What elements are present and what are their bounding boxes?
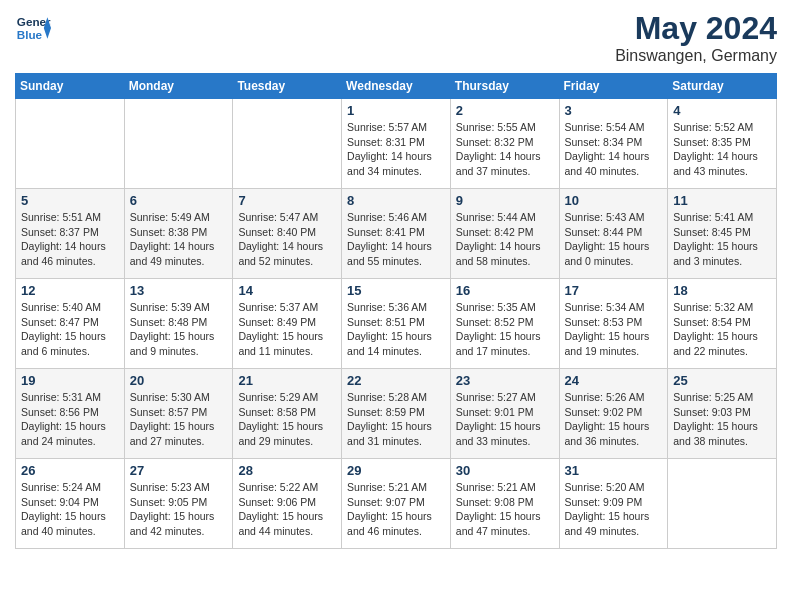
calendar-cell: 13Sunrise: 5:39 AM Sunset: 8:48 PM Dayli… — [124, 279, 233, 369]
day-info: Sunrise: 5:37 AM Sunset: 8:49 PM Dayligh… — [238, 300, 336, 359]
calendar-cell: 11Sunrise: 5:41 AM Sunset: 8:45 PM Dayli… — [668, 189, 777, 279]
day-info: Sunrise: 5:24 AM Sunset: 9:04 PM Dayligh… — [21, 480, 119, 539]
calendar-week-5: 26Sunrise: 5:24 AM Sunset: 9:04 PM Dayli… — [16, 459, 777, 549]
day-info: Sunrise: 5:44 AM Sunset: 8:42 PM Dayligh… — [456, 210, 554, 269]
day-number: 8 — [347, 193, 445, 208]
calendar-cell: 17Sunrise: 5:34 AM Sunset: 8:53 PM Dayli… — [559, 279, 668, 369]
day-number: 11 — [673, 193, 771, 208]
weekday-header-thursday: Thursday — [450, 74, 559, 99]
weekday-header-friday: Friday — [559, 74, 668, 99]
calendar-cell: 19Sunrise: 5:31 AM Sunset: 8:56 PM Dayli… — [16, 369, 125, 459]
calendar-cell — [16, 99, 125, 189]
day-number: 15 — [347, 283, 445, 298]
day-info: Sunrise: 5:32 AM Sunset: 8:54 PM Dayligh… — [673, 300, 771, 359]
day-number: 6 — [130, 193, 228, 208]
day-info: Sunrise: 5:20 AM Sunset: 9:09 PM Dayligh… — [565, 480, 663, 539]
calendar-cell: 24Sunrise: 5:26 AM Sunset: 9:02 PM Dayli… — [559, 369, 668, 459]
weekday-header-row: SundayMondayTuesdayWednesdayThursdayFrid… — [16, 74, 777, 99]
day-info: Sunrise: 5:31 AM Sunset: 8:56 PM Dayligh… — [21, 390, 119, 449]
day-info: Sunrise: 5:54 AM Sunset: 8:34 PM Dayligh… — [565, 120, 663, 179]
calendar-cell: 1Sunrise: 5:57 AM Sunset: 8:31 PM Daylig… — [342, 99, 451, 189]
day-info: Sunrise: 5:46 AM Sunset: 8:41 PM Dayligh… — [347, 210, 445, 269]
day-number: 24 — [565, 373, 663, 388]
day-info: Sunrise: 5:39 AM Sunset: 8:48 PM Dayligh… — [130, 300, 228, 359]
calendar-cell: 8Sunrise: 5:46 AM Sunset: 8:41 PM Daylig… — [342, 189, 451, 279]
calendar-table: SundayMondayTuesdayWednesdayThursdayFrid… — [15, 73, 777, 549]
calendar-cell: 4Sunrise: 5:52 AM Sunset: 8:35 PM Daylig… — [668, 99, 777, 189]
calendar-cell: 21Sunrise: 5:29 AM Sunset: 8:58 PM Dayli… — [233, 369, 342, 459]
day-info: Sunrise: 5:57 AM Sunset: 8:31 PM Dayligh… — [347, 120, 445, 179]
calendar-cell: 3Sunrise: 5:54 AM Sunset: 8:34 PM Daylig… — [559, 99, 668, 189]
calendar-week-1: 1Sunrise: 5:57 AM Sunset: 8:31 PM Daylig… — [16, 99, 777, 189]
calendar-cell — [124, 99, 233, 189]
day-info: Sunrise: 5:23 AM Sunset: 9:05 PM Dayligh… — [130, 480, 228, 539]
calendar-cell: 22Sunrise: 5:28 AM Sunset: 8:59 PM Dayli… — [342, 369, 451, 459]
day-number: 14 — [238, 283, 336, 298]
day-number: 13 — [130, 283, 228, 298]
calendar-cell: 5Sunrise: 5:51 AM Sunset: 8:37 PM Daylig… — [16, 189, 125, 279]
day-info: Sunrise: 5:40 AM Sunset: 8:47 PM Dayligh… — [21, 300, 119, 359]
day-number: 10 — [565, 193, 663, 208]
calendar-week-2: 5Sunrise: 5:51 AM Sunset: 8:37 PM Daylig… — [16, 189, 777, 279]
location-title: Binswangen, Germany — [615, 47, 777, 65]
calendar-cell: 16Sunrise: 5:35 AM Sunset: 8:52 PM Dayli… — [450, 279, 559, 369]
day-info: Sunrise: 5:22 AM Sunset: 9:06 PM Dayligh… — [238, 480, 336, 539]
day-number: 5 — [21, 193, 119, 208]
calendar-cell: 14Sunrise: 5:37 AM Sunset: 8:49 PM Dayli… — [233, 279, 342, 369]
day-number: 29 — [347, 463, 445, 478]
day-info: Sunrise: 5:26 AM Sunset: 9:02 PM Dayligh… — [565, 390, 663, 449]
day-number: 30 — [456, 463, 554, 478]
day-number: 28 — [238, 463, 336, 478]
day-number: 9 — [456, 193, 554, 208]
day-info: Sunrise: 5:49 AM Sunset: 8:38 PM Dayligh… — [130, 210, 228, 269]
day-number: 25 — [673, 373, 771, 388]
day-info: Sunrise: 5:29 AM Sunset: 8:58 PM Dayligh… — [238, 390, 336, 449]
day-number: 17 — [565, 283, 663, 298]
day-number: 1 — [347, 103, 445, 118]
month-title: May 2024 — [615, 10, 777, 47]
day-number: 31 — [565, 463, 663, 478]
page-header: General Blue May 2024 Binswangen, German… — [15, 10, 777, 65]
day-number: 18 — [673, 283, 771, 298]
day-info: Sunrise: 5:21 AM Sunset: 9:07 PM Dayligh… — [347, 480, 445, 539]
calendar-cell: 10Sunrise: 5:43 AM Sunset: 8:44 PM Dayli… — [559, 189, 668, 279]
day-number: 3 — [565, 103, 663, 118]
calendar-cell: 26Sunrise: 5:24 AM Sunset: 9:04 PM Dayli… — [16, 459, 125, 549]
calendar-cell: 7Sunrise: 5:47 AM Sunset: 8:40 PM Daylig… — [233, 189, 342, 279]
calendar-cell: 31Sunrise: 5:20 AM Sunset: 9:09 PM Dayli… — [559, 459, 668, 549]
day-info: Sunrise: 5:36 AM Sunset: 8:51 PM Dayligh… — [347, 300, 445, 359]
day-number: 23 — [456, 373, 554, 388]
logo-icon: General Blue — [15, 10, 51, 46]
day-number: 26 — [21, 463, 119, 478]
calendar-cell: 23Sunrise: 5:27 AM Sunset: 9:01 PM Dayli… — [450, 369, 559, 459]
day-info: Sunrise: 5:52 AM Sunset: 8:35 PM Dayligh… — [673, 120, 771, 179]
calendar-cell: 9Sunrise: 5:44 AM Sunset: 8:42 PM Daylig… — [450, 189, 559, 279]
calendar-cell: 25Sunrise: 5:25 AM Sunset: 9:03 PM Dayli… — [668, 369, 777, 459]
day-info: Sunrise: 5:25 AM Sunset: 9:03 PM Dayligh… — [673, 390, 771, 449]
day-number: 16 — [456, 283, 554, 298]
day-info: Sunrise: 5:27 AM Sunset: 9:01 PM Dayligh… — [456, 390, 554, 449]
day-info: Sunrise: 5:41 AM Sunset: 8:45 PM Dayligh… — [673, 210, 771, 269]
day-info: Sunrise: 5:28 AM Sunset: 8:59 PM Dayligh… — [347, 390, 445, 449]
title-block: May 2024 Binswangen, Germany — [615, 10, 777, 65]
logo: General Blue — [15, 10, 51, 46]
calendar-cell: 12Sunrise: 5:40 AM Sunset: 8:47 PM Dayli… — [16, 279, 125, 369]
calendar-cell — [233, 99, 342, 189]
calendar-week-3: 12Sunrise: 5:40 AM Sunset: 8:47 PM Dayli… — [16, 279, 777, 369]
day-number: 22 — [347, 373, 445, 388]
weekday-header-monday: Monday — [124, 74, 233, 99]
day-number: 7 — [238, 193, 336, 208]
calendar-cell: 18Sunrise: 5:32 AM Sunset: 8:54 PM Dayli… — [668, 279, 777, 369]
calendar-cell: 2Sunrise: 5:55 AM Sunset: 8:32 PM Daylig… — [450, 99, 559, 189]
weekday-header-sunday: Sunday — [16, 74, 125, 99]
calendar-cell: 27Sunrise: 5:23 AM Sunset: 9:05 PM Dayli… — [124, 459, 233, 549]
day-number: 20 — [130, 373, 228, 388]
day-number: 12 — [21, 283, 119, 298]
calendar-week-4: 19Sunrise: 5:31 AM Sunset: 8:56 PM Dayli… — [16, 369, 777, 459]
day-number: 2 — [456, 103, 554, 118]
day-number: 21 — [238, 373, 336, 388]
calendar-cell: 30Sunrise: 5:21 AM Sunset: 9:08 PM Dayli… — [450, 459, 559, 549]
day-info: Sunrise: 5:34 AM Sunset: 8:53 PM Dayligh… — [565, 300, 663, 359]
svg-text:Blue: Blue — [17, 28, 43, 41]
calendar-cell: 15Sunrise: 5:36 AM Sunset: 8:51 PM Dayli… — [342, 279, 451, 369]
